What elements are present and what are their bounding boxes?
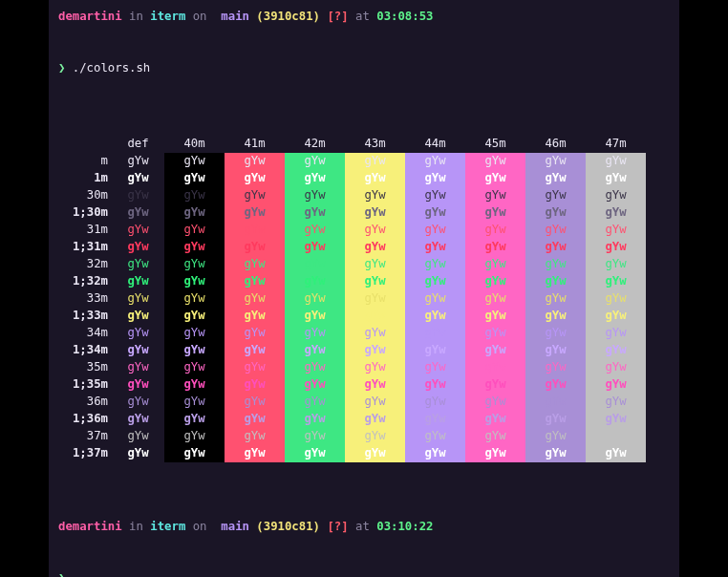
color-cell: gYw [285,394,345,411]
row-label: 37m [58,428,112,445]
column-header: def [112,136,164,153]
color-cell: gYw [525,170,586,187]
color-cell: gYw [405,308,465,325]
table-row: 1;30mgYwgYwgYwgYwgYwgYwgYwgYwgYw [58,204,670,222]
row-label: 1m [58,170,112,187]
table-row: 34mgYwgYwgYwgYwgYwgYwgYwgYwgYw [58,325,670,342]
color-cell: gYw [525,273,586,290]
color-cell: gYw [225,290,285,308]
color-cell: gYw [465,428,525,445]
prompt-line-2: demartini in iterm on main (3910c81) [?]… [58,519,670,536]
color-cell: gYw [285,445,345,462]
color-cell: gYw [285,170,345,187]
color-cell: gYw [285,308,345,325]
color-cell: gYw [465,170,525,187]
color-table: xdef40m41m42m43m44m45m46m47mmgYwgYwgYwgY… [58,136,670,462]
color-cell: gYw [112,359,164,376]
color-cell: gYw [586,170,646,187]
terminal-body[interactable]: demartini in iterm on main (3910c81) [?]… [49,0,679,577]
color-cell: gYw [345,170,405,187]
color-cell: gYw [345,222,405,239]
color-cell: gYw [465,394,525,411]
color-cell: gYw [225,359,285,376]
color-cell: gYw [225,445,285,462]
row-label: 1;31m [58,239,112,256]
color-cell: gYw [225,222,285,239]
color-cell: gYw [586,428,646,445]
table-row: 36mgYwgYwgYwgYwgYwgYwgYwgYwgYw [58,394,670,411]
color-cell: gYw [112,290,164,308]
color-cell: gYw [345,256,405,273]
row-label: 31m [58,222,112,239]
table-row: 1;37mgYwgYwgYwgYwgYwgYwgYwgYwgYw [58,445,670,462]
color-cell: gYw [112,376,164,394]
color-cell: gYw [465,204,525,222]
color-cell: gYw [225,256,285,273]
color-cell: gYw [164,342,225,359]
row-label: 1;37m [58,445,112,462]
color-cell: gYw [525,290,586,308]
color-cell: gYw [164,153,225,170]
color-cell: gYw [405,239,465,256]
color-cell: gYw [345,308,405,325]
color-cell: gYw [405,342,465,359]
color-cell: gYw [164,308,225,325]
color-cell: gYw [586,394,646,411]
color-cell: gYw [405,170,465,187]
color-cell: gYw [164,222,225,239]
color-cell: gYw [405,222,465,239]
color-cell: gYw [465,187,525,204]
color-cell: gYw [465,376,525,394]
color-cell: gYw [465,222,525,239]
color-cell: gYw [345,273,405,290]
command-line-1: ❯ ./colors.sh [58,60,670,77]
row-label: 1;33m [58,308,112,325]
row-label: m [58,153,112,170]
color-cell: gYw [586,342,646,359]
column-header: 42m [285,136,345,153]
color-cell: gYw [405,187,465,204]
color-cell: gYw [525,376,586,394]
color-cell: gYw [345,153,405,170]
color-cell: gYw [164,290,225,308]
color-cell: gYw [586,411,646,428]
color-cell: gYw [525,239,586,256]
table-row: 1;31mgYwgYwgYwgYwgYwgYwgYwgYwgYw [58,239,670,256]
color-cell: gYw [586,187,646,204]
color-cell: gYw [285,376,345,394]
color-cell: gYw [405,428,465,445]
color-cell: gYw [345,411,405,428]
terminal-window: ⌘1 demartini@demartini-mac — iterm (-fis… [49,0,679,577]
prompt-line-1: demartini in iterm on main (3910c81) [?]… [58,9,670,26]
color-cell: gYw [285,359,345,376]
color-cell: gYw [405,153,465,170]
color-cell: gYw [285,290,345,308]
color-cell: gYw [285,273,345,290]
column-header: 47m [586,136,646,153]
color-cell: gYw [345,187,405,204]
color-cell: gYw [465,290,525,308]
color-cell: gYw [586,222,646,239]
table-row: 30mgYwgYwgYwgYwgYwgYwgYwgYwgYw [58,187,670,204]
color-cell: gYw [345,376,405,394]
row-label: 1;35m [58,376,112,394]
column-header: 45m [465,136,525,153]
color-cell: gYw [225,394,285,411]
color-cell: gYw [112,204,164,222]
row-label: 1;32m [58,273,112,290]
color-cell: gYw [112,256,164,273]
color-cell: gYw [465,273,525,290]
color-cell: gYw [586,325,646,342]
color-cell: gYw [285,222,345,239]
color-cell: gYw [345,342,405,359]
color-cell: gYw [525,445,586,462]
color-cell: gYw [112,428,164,445]
color-cell: gYw [465,411,525,428]
color-cell: gYw [405,204,465,222]
column-header: 41m [225,136,285,153]
color-cell: gYw [405,290,465,308]
color-cell: gYw [525,411,586,428]
table-row: 37mgYwgYwgYwgYwgYwgYwgYwgYwgYw [58,428,670,445]
color-cell: gYw [285,153,345,170]
row-label: 30m [58,187,112,204]
